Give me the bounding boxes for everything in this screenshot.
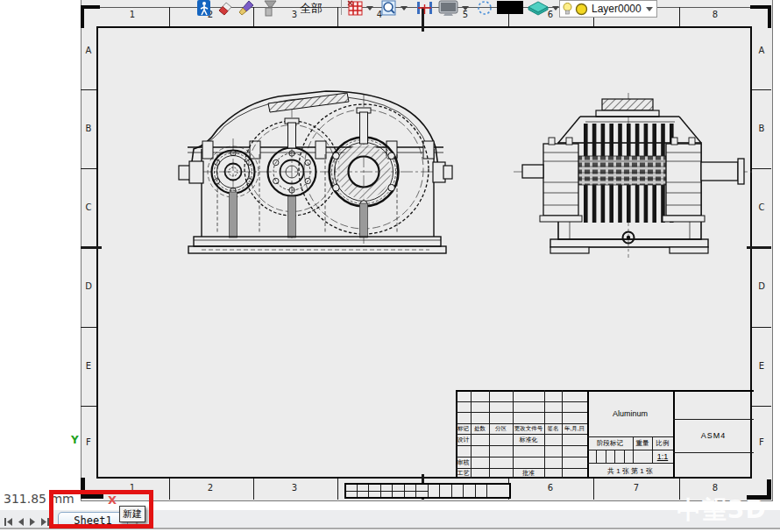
drawing-views	[88, 23, 762, 263]
highlight-annotation-box	[49, 490, 153, 528]
title-block-label: 工艺	[456, 468, 471, 479]
zone-number: 7	[628, 483, 645, 493]
drawing-number: ASM4	[673, 419, 754, 452]
zone-number: 5	[457, 10, 474, 19]
title-block-label: 批准	[513, 468, 544, 479]
display-monitor-icon[interactable]	[438, 0, 456, 17]
title-block-label: 更改文件号	[513, 423, 544, 434]
zone-number: 6	[542, 483, 559, 493]
dropdown-arrow-icon[interactable]	[366, 6, 373, 11]
y-axis-label: Y	[71, 434, 79, 446]
scale-value: 1:1	[652, 450, 673, 463]
title-block-label: 处数	[471, 423, 489, 434]
title-block-label: 审核	[456, 457, 471, 468]
sheet-count: 共 1 张 第 1 张	[587, 463, 673, 479]
zone-letter: F	[755, 437, 768, 447]
zoom-page-icon[interactable]	[380, 0, 398, 17]
title-block-label: 设计	[456, 434, 471, 445]
x-axis-label: X	[108, 493, 117, 507]
zone-letter: E	[755, 361, 768, 371]
filter-scope-label[interactable]: 全部	[300, 1, 323, 17]
layer-name: Layer0000	[592, 3, 642, 15]
paint-brush-icon[interactable]	[238, 0, 255, 17]
eraser-icon[interactable]	[216, 0, 234, 17]
zone-letter: D	[82, 281, 95, 291]
dropdown-arrow-icon[interactable]	[552, 6, 559, 11]
zone-number: 8	[706, 10, 724, 19]
combo-dropdown-arrow-icon[interactable]	[646, 7, 653, 11]
title-block-label: 比例	[652, 436, 673, 450]
layer-color-icon	[575, 3, 588, 16]
side-view	[514, 93, 752, 258]
layer-bulb-icon	[562, 2, 573, 16]
zone-number: 1	[124, 10, 141, 19]
next-sheet-button[interactable]	[27, 515, 39, 527]
zone-letter: D	[755, 281, 768, 291]
title-block-label: 签名	[544, 423, 562, 434]
zone-letter: E	[82, 361, 95, 371]
front-view	[179, 91, 452, 253]
title-block-label: 阶段标记	[587, 436, 633, 450]
watermark: 中望3D	[677, 493, 767, 527]
title-block-label: 标记	[456, 423, 471, 434]
pattern-grid-icon[interactable]	[347, 0, 365, 17]
title-block-label: 分区	[489, 423, 513, 434]
metric-graduation-strip	[344, 483, 511, 499]
solid-body-icon[interactable]	[527, 0, 544, 17]
zone-number: 8	[706, 483, 724, 493]
walk-mode-icon[interactable]	[196, 0, 214, 17]
zone-number: 2	[202, 483, 219, 493]
layer-combobox[interactable]: Layer0000	[559, 0, 657, 18]
prev-sheet-button[interactable]	[15, 515, 26, 527]
title-block-label: 重量	[633, 436, 652, 450]
dropdown-arrow-icon[interactable]	[401, 6, 408, 11]
cad-application-canvas: 1 2 3 4 5 6 7 8 1 2 3 4 5 6 7 8 A B C D …	[0, 0, 780, 532]
zone-number: 3	[286, 483, 303, 493]
material-value: Aluminum	[587, 390, 673, 436]
measure-distance-icon[interactable]	[415, 0, 433, 17]
dropdown-arrow-icon[interactable]	[462, 6, 469, 11]
selection-circle-icon[interactable]	[476, 0, 493, 17]
zone-letter: F	[82, 437, 95, 447]
filter-funnel-icon[interactable]	[262, 0, 280, 17]
title-block-label: 年,月,日	[562, 423, 587, 434]
title-block-label: 标准化	[513, 434, 544, 445]
first-sheet-button[interactable]	[3, 515, 14, 527]
color-swatch[interactable]	[497, 1, 523, 14]
